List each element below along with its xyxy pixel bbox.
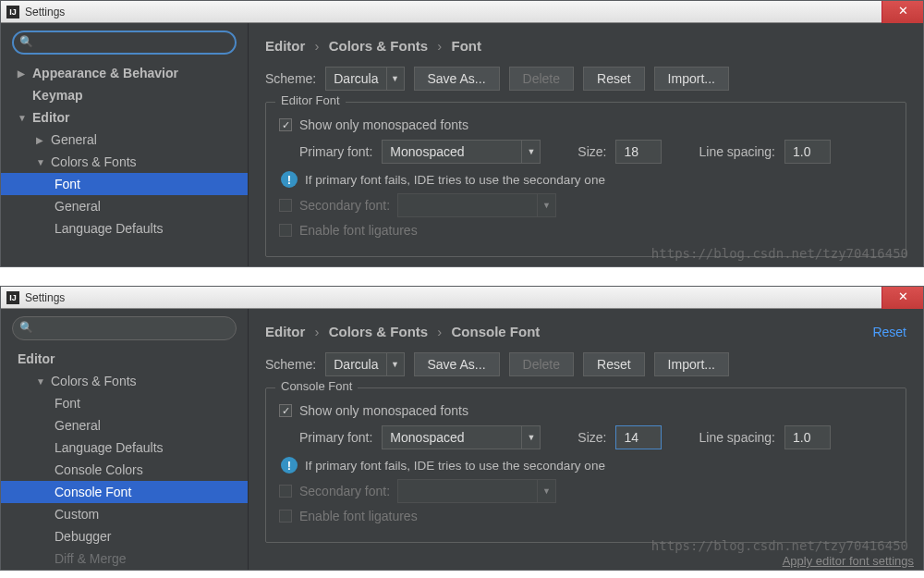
line-spacing-input[interactable] xyxy=(784,140,831,164)
sidebar: 🔍 ▶Appearance & Behavior Keymap ▼Editor … xyxy=(1,23,249,266)
titlebar[interactable]: IJ Settings ✕ xyxy=(1,1,923,23)
chevron-down-icon: ▼ xyxy=(36,376,47,387)
sidebar-item-colors-fonts[interactable]: ▼Colors & Fonts xyxy=(1,151,248,173)
sidebar-item-label: Console Font xyxy=(55,485,131,499)
secondary-font-checkbox[interactable] xyxy=(279,199,292,212)
reset-button[interactable]: Reset xyxy=(583,67,645,91)
sidebar-item-general[interactable]: ▶General xyxy=(1,129,248,151)
secondary-font-label: Secondary font: xyxy=(299,484,390,498)
breadcrumb-part: Font xyxy=(452,38,481,54)
size-input[interactable] xyxy=(615,425,662,449)
primary-font-value: Monospaced xyxy=(383,144,521,159)
info-text: If primary font fails, IDE tries to use … xyxy=(305,459,605,473)
sidebar-item-appearance-behavior[interactable]: ▶Appearance & Behavior xyxy=(1,62,248,84)
primary-font-select[interactable]: Monospaced ▼ xyxy=(382,140,541,164)
sidebar-item-label: Editor xyxy=(32,110,69,125)
sidebar-item-label: Diff & Merge xyxy=(55,551,127,566)
chevron-down-icon: ▼ xyxy=(18,113,29,123)
chevron-right-icon: › xyxy=(315,324,320,339)
primary-font-value: Monospaced xyxy=(383,430,521,445)
ligatures-checkbox[interactable] xyxy=(279,510,292,523)
titlebar[interactable]: IJ Settings ✕ xyxy=(1,287,923,309)
secondary-font-checkbox[interactable] xyxy=(279,485,292,498)
settings-window-2: IJ Settings ✕ 🔍 Editor ▼Colors & Fonts F… xyxy=(0,286,924,571)
sidebar-item-language-defaults[interactable]: Language Defaults xyxy=(1,437,248,459)
sidebar-item-font[interactable]: Font xyxy=(1,392,248,414)
sidebar-item-label: General xyxy=(51,132,97,147)
scheme-combo[interactable]: Darcula ▼ xyxy=(325,67,404,91)
sidebar-item-language-defaults[interactable]: Language Defaults xyxy=(1,217,248,240)
sidebar-item-label: Editor xyxy=(18,351,55,366)
sidebar-item-label: Console Colors xyxy=(55,462,143,477)
chevron-down-icon: ▼ xyxy=(387,74,404,83)
sidebar-item-diff-merge[interactable]: Diff & Merge xyxy=(1,547,248,570)
sidebar-item-label: Debugger xyxy=(55,529,112,544)
delete-button: Delete xyxy=(509,352,574,376)
console-font-fieldset: Console Font Show only monospaced fonts … xyxy=(265,387,906,543)
breadcrumb: Editor › Colors & Fonts › Font xyxy=(265,38,906,54)
search-input[interactable] xyxy=(12,316,237,340)
sidebar-item-editor[interactable]: ▼Editor xyxy=(1,106,248,129)
monospaced-checkbox[interactable] xyxy=(279,404,292,417)
scheme-combo[interactable]: Darcula ▼ xyxy=(325,352,404,376)
sidebar-item-editor[interactable]: Editor xyxy=(1,348,248,370)
line-spacing-input[interactable] xyxy=(784,425,831,449)
monospaced-label: Show only monospaced fonts xyxy=(299,117,468,132)
chevron-down-icon: ▼ xyxy=(521,426,540,449)
app-icon: IJ xyxy=(6,291,19,304)
info-icon: ! xyxy=(281,457,298,473)
window-title: Settings xyxy=(25,291,65,304)
sidebar-item-colors-fonts[interactable]: ▼Colors & Fonts xyxy=(1,370,248,392)
info-text: If primary font fails, IDE tries to use … xyxy=(305,173,605,187)
chevron-down-icon: ▼ xyxy=(36,157,47,167)
sidebar: 🔍 Editor ▼Colors & Fonts Font General La… xyxy=(1,309,249,570)
chevron-right-icon: › xyxy=(315,38,320,54)
sidebar-item-font[interactable]: Font xyxy=(1,173,248,195)
sidebar-item-label: Colors & Fonts xyxy=(51,154,137,169)
reset-button[interactable]: Reset xyxy=(583,352,645,376)
info-icon: ! xyxy=(281,171,298,188)
ligatures-label: Enable font ligatures xyxy=(299,223,418,238)
sidebar-item-console-font[interactable]: Console Font xyxy=(1,481,248,503)
breadcrumb-part: Colors & Fonts xyxy=(329,38,429,54)
secondary-font-select: ▼ xyxy=(397,479,556,503)
sidebar-item-console-colors[interactable]: Console Colors xyxy=(1,459,248,481)
chevron-down-icon: ▼ xyxy=(537,194,555,216)
editor-font-fieldset: Editor Font Show only monospaced fonts P… xyxy=(265,102,906,257)
scheme-label: Scheme: xyxy=(265,71,316,86)
scheme-value: Darcula xyxy=(326,353,386,375)
secondary-font-label: Secondary font: xyxy=(299,198,390,213)
breadcrumb-part: Editor xyxy=(265,324,305,339)
primary-font-select[interactable]: Monospaced ▼ xyxy=(382,425,541,449)
save-as-button[interactable]: Save As... xyxy=(414,352,500,376)
chevron-down-icon: ▼ xyxy=(387,360,404,369)
breadcrumb: Editor › Colors & Fonts › Console Font R… xyxy=(265,324,906,339)
chevron-down-icon: ▼ xyxy=(537,480,555,502)
save-as-button[interactable]: Save As... xyxy=(414,67,500,91)
import-button[interactable]: Import... xyxy=(654,67,729,91)
reset-link[interactable]: Reset xyxy=(872,325,906,339)
sidebar-item-debugger[interactable]: Debugger xyxy=(1,525,248,547)
fieldset-title: Editor Font xyxy=(275,93,346,107)
search-icon: 🔍 xyxy=(19,321,33,334)
sidebar-item-label: Appearance & Behavior xyxy=(32,66,178,80)
close-icon[interactable]: ✕ xyxy=(881,1,923,23)
line-spacing-label: Line spacing: xyxy=(699,144,775,159)
size-input[interactable] xyxy=(615,140,662,164)
size-label: Size: xyxy=(578,144,606,159)
breadcrumb-part: Editor xyxy=(265,38,305,54)
window-title: Settings xyxy=(25,6,65,18)
sidebar-item-general[interactable]: General xyxy=(1,414,248,437)
search-input[interactable] xyxy=(12,31,237,55)
import-button[interactable]: Import... xyxy=(654,352,729,376)
sidebar-item-custom[interactable]: Custom xyxy=(1,503,248,525)
sidebar-item-general-sub[interactable]: General xyxy=(1,195,248,217)
secondary-font-select: ▼ xyxy=(397,193,556,217)
monospaced-checkbox[interactable] xyxy=(279,118,292,131)
sidebar-item-keymap[interactable]: Keymap xyxy=(1,84,248,106)
chevron-right-icon: ▶ xyxy=(36,135,47,145)
close-icon[interactable]: ✕ xyxy=(881,287,923,309)
apply-editor-font-link[interactable]: Apply editor font settings xyxy=(783,554,914,568)
fieldset-title: Console Font xyxy=(275,379,358,393)
ligatures-checkbox[interactable] xyxy=(279,224,292,237)
